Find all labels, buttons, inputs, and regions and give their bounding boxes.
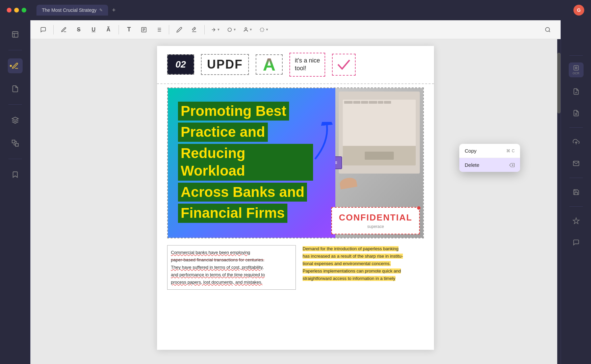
ai-button[interactable] <box>569 213 584 228</box>
svg-rect-0 <box>12 32 18 37</box>
sidebar-icon-annotate[interactable] <box>8 58 23 73</box>
tab-title: The Most Crucial Strategy <box>42 7 97 13</box>
tab-main[interactable]: The Most Crucial Strategy ✎ <box>36 5 108 16</box>
main-layout: S U Ã T <box>0 20 591 364</box>
stamp-dropdown-button[interactable]: ▼ <box>257 26 271 34</box>
right-divider-3 <box>569 178 583 178</box>
textbox-button[interactable] <box>138 24 150 36</box>
user-avatar[interactable]: G <box>573 5 584 16</box>
sidebar-icon-bookmark[interactable] <box>8 167 23 182</box>
sidebar-icon-layers[interactable] <box>8 113 23 128</box>
toolbar: S U Ã T <box>30 20 561 39</box>
save-button[interactable] <box>569 185 584 200</box>
context-menu-delete[interactable]: Delete <box>459 158 520 172</box>
delete-shortcut <box>509 162 515 168</box>
right-sidebar: OCR <box>561 20 591 364</box>
text-columns: Commercial banks have been employing pap… <box>157 238 434 296</box>
highlight-button[interactable] <box>58 24 70 36</box>
content-area[interactable]: 02 UPDF A it's a nice tool! <box>30 39 561 364</box>
acrobat-letter-a: A <box>263 54 276 75</box>
sidebar-icon-bookmark-panel[interactable] <box>8 27 23 42</box>
svg-line-20 <box>549 31 550 32</box>
toolbar-divider-2 <box>119 25 119 34</box>
svg-rect-5 <box>15 144 18 146</box>
context-menu-copy[interactable]: Copy ⌘ C <box>459 144 520 158</box>
underline-button[interactable]: U <box>87 24 100 36</box>
svg-marker-3 <box>12 117 18 120</box>
sidebar-icon-merge[interactable] <box>8 136 23 151</box>
left-sidebar <box>0 20 30 364</box>
right-divider-2 <box>569 127 583 128</box>
checkmark-box <box>332 54 356 76</box>
copy-shortcut: ⌘ C <box>506 149 515 153</box>
toolbar-divider-1 <box>53 25 54 34</box>
email-button[interactable] <box>569 156 584 171</box>
text-column-left: Commercial banks have been employing pap… <box>167 245 296 290</box>
right-divider-1 <box>569 55 583 56</box>
text-column-right: Demand for the introduction of paperless… <box>303 245 424 290</box>
svg-point-18 <box>245 28 247 29</box>
svg-point-19 <box>545 27 549 31</box>
maximize-button[interactable] <box>22 8 26 12</box>
scrollbar-track[interactable] <box>557 39 561 364</box>
list-button[interactable] <box>153 24 165 36</box>
comment-button[interactable] <box>37 24 49 36</box>
ocr-button[interactable]: OCR <box>569 62 584 77</box>
sidebar-icon-pages[interactable] <box>8 81 23 96</box>
svg-rect-24 <box>574 66 579 70</box>
svg-rect-4 <box>12 140 15 143</box>
document-page: 02 UPDF A it's a nice tool! <box>157 46 434 350</box>
arrow-dropdown-button[interactable]: ▼ <box>209 26 222 34</box>
edit-icon[interactable]: ✎ <box>99 8 103 12</box>
doc-header: 02 UPDF A it's a nice tool! <box>157 46 434 84</box>
context-menu: Copy ⌘ C Delete <box>459 144 520 172</box>
user-dropdown-button[interactable]: ▼ <box>241 26 255 34</box>
close-button[interactable] <box>7 8 11 12</box>
pencil-button[interactable] <box>173 24 185 36</box>
text-button[interactable]: T <box>123 24 135 36</box>
banner-text: Promoting Best Practice and Reducing Wor… <box>178 102 313 224</box>
wavy-underline-button[interactable]: Ã <box>102 24 114 36</box>
traffic-lights <box>7 8 26 12</box>
chat-right-button[interactable] <box>569 235 584 250</box>
shape-dropdown-button[interactable]: ▼ <box>225 26 238 34</box>
comment-bubble-icon[interactable]: ≡ <box>335 156 342 169</box>
toolbar-divider-3 <box>169 25 169 34</box>
right-divider-4 <box>569 206 583 207</box>
scrollbar-thumb[interactable] <box>557 53 561 113</box>
confidential-box: CONFIDENTIAL superace <box>331 207 420 234</box>
updf-logo: UPDF <box>201 54 249 75</box>
add-tab-button[interactable]: + <box>112 7 116 14</box>
minimize-button[interactable] <box>14 8 19 12</box>
banner-area: Promoting Best Practice and Reducing Wor… <box>167 87 424 238</box>
eraser-button[interactable] <box>188 24 200 36</box>
toolbar-divider-4 <box>204 25 205 34</box>
nice-tool-box: it's a nice tool! <box>289 53 325 77</box>
svg-point-17 <box>228 28 232 31</box>
acrobat-logo: A <box>256 54 283 75</box>
sidebar-divider-2 <box>8 104 22 105</box>
doc-number: 02 <box>167 54 194 75</box>
file-info-button[interactable] <box>569 106 584 121</box>
titlebar: The Most Crucial Strategy ✎ + G <box>0 0 591 20</box>
upload-button[interactable] <box>569 134 584 149</box>
search-toolbar-button[interactable] <box>542 24 554 36</box>
convert-button[interactable] <box>569 84 584 99</box>
sidebar-divider-1 <box>8 50 22 50</box>
strikethrough-button[interactable]: S <box>73 24 85 36</box>
sidebar-divider-3 <box>8 159 22 159</box>
banner-arrow <box>308 122 335 162</box>
tab-area: The Most Crucial Strategy ✎ + <box>36 5 115 16</box>
